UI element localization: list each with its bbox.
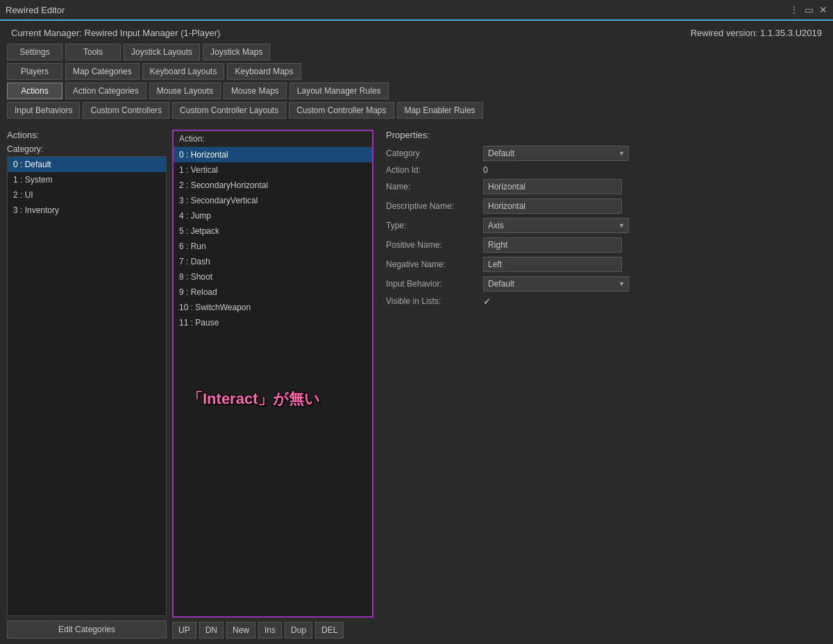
edit-categories-button[interactable]: Edit Categories xyxy=(7,620,167,638)
name-input[interactable] xyxy=(483,179,622,194)
prop-label-visible-in-lists: Visible in Lists: xyxy=(386,296,483,306)
prop-value-action-id: 0 xyxy=(483,165,488,175)
info-bar: Current Manager: Rewired Input Manager (… xyxy=(0,21,833,44)
negative-name-input[interactable] xyxy=(483,257,622,272)
nav-keyboard-maps[interactable]: Keyboard Maps xyxy=(227,63,301,80)
action-item-run[interactable]: 6 : Run xyxy=(174,239,372,254)
prop-label-descriptive-name: Descriptive Name: xyxy=(386,201,483,211)
action-list-container: Action: 0 : Horizontal 1 : Vertical 2 : … xyxy=(172,130,373,618)
category-item-ui[interactable]: 2 : UI xyxy=(8,187,166,203)
category-item-default[interactable]: 0 : Default xyxy=(8,157,166,172)
menu-icon[interactable]: ⋮ xyxy=(789,4,799,15)
prop-label-category: Category xyxy=(386,149,483,158)
nav-keyboard-layouts[interactable]: Keyboard Layouts xyxy=(142,63,225,80)
prop-label-name: Name: xyxy=(386,182,483,192)
nav-mouse-layouts[interactable]: Mouse Layouts xyxy=(149,83,221,99)
nav-layout-manager-rules[interactable]: Layout Manager Rules xyxy=(289,83,389,99)
action-item-jetpack[interactable]: 5 : Jetpack xyxy=(174,223,372,239)
title-bar-controls: ⋮ ▭ ✕ xyxy=(789,4,827,15)
action-item-secondary-vertical[interactable]: 3 : SecondaryVertical xyxy=(174,193,372,208)
nav-map-enabler-rules[interactable]: Map Enabler Rules xyxy=(397,102,483,119)
up-button[interactable]: UP xyxy=(172,622,196,638)
prop-row-positive-name: Positive Name: xyxy=(386,237,826,253)
prop-label-type: Type: xyxy=(386,221,483,230)
title-bar: Rewired Editor ⋮ ▭ ✕ xyxy=(0,0,833,21)
prop-label-negative-name: Negative Name: xyxy=(386,260,483,269)
title-bar-left: Rewired Editor xyxy=(6,5,65,15)
action-item-horizontal[interactable]: 0 : Horizontal xyxy=(174,147,372,162)
action-item-reload[interactable]: 9 : Reload xyxy=(174,285,372,300)
nav-row-1: Settings Tools Joystick Layouts Joystick… xyxy=(7,44,826,60)
dup-button[interactable]: Dup xyxy=(285,622,312,638)
nav-joystick-layouts[interactable]: Joystick Layouts xyxy=(124,44,200,60)
action-item-secondary-horizontal[interactable]: 2 : SecondaryHorizontal xyxy=(174,178,372,193)
category-list: 0 : Default 1 : System 2 : UI 3 : Invent… xyxy=(7,156,167,616)
middle-panel: Action: 0 : Horizontal 1 : Vertical 2 : … xyxy=(172,130,373,638)
prop-row-type: Type: Axis Button xyxy=(386,218,826,233)
action-item-dash[interactable]: 7 : Dash xyxy=(174,254,372,269)
nav-action-categories[interactable]: Action Categories xyxy=(65,83,146,99)
prop-row-visible-in-lists: Visible in Lists: ✓ xyxy=(386,296,826,307)
category-item-system[interactable]: 1 : System xyxy=(8,172,166,187)
action-item-pause[interactable]: 11 : Pause xyxy=(174,315,372,330)
version-label: Rewired version: 1.1.35.3.U2019 xyxy=(691,28,822,38)
ins-button[interactable]: Ins xyxy=(258,622,282,638)
type-select[interactable]: Axis Button xyxy=(483,218,629,233)
action-item-switch-weapon[interactable]: 10 : SwitchWeapon xyxy=(174,300,372,315)
right-panel: Properties: Category Default Action Id: … xyxy=(379,130,826,638)
action-item-shoot[interactable]: 8 : Shoot xyxy=(174,269,372,285)
nav-mouse-maps[interactable]: Mouse Maps xyxy=(224,83,287,99)
title-text: Rewired Editor xyxy=(6,5,65,15)
action-list: 0 : Horizontal 1 : Vertical 2 : Secondar… xyxy=(174,147,372,616)
nav-tools[interactable]: Tools xyxy=(65,44,121,60)
new-button[interactable]: New xyxy=(226,622,255,638)
nav-input-behaviors[interactable]: Input Behaviors xyxy=(7,102,80,119)
prop-row-descriptive-name: Descriptive Name: xyxy=(386,198,826,214)
content-area: Actions: Category: 0 : Default 1 : Syste… xyxy=(0,124,833,644)
nav-area: Settings Tools Joystick Layouts Joystick… xyxy=(0,44,833,119)
positive-name-input[interactable] xyxy=(483,237,622,253)
prop-row-input-behavior: Input Behavior: Default xyxy=(386,276,826,291)
category-item-inventory[interactable]: 3 : Inventory xyxy=(8,203,166,218)
action-buttons: UP DN New Ins Dup DEL xyxy=(172,622,373,638)
nav-row-3: Actions Action Categories Mouse Layouts … xyxy=(7,83,826,99)
nav-custom-controller-layouts[interactable]: Custom Controller Layouts xyxy=(172,102,286,119)
input-behavior-select-wrapper: Default xyxy=(483,276,629,291)
action-header: Action: xyxy=(174,131,372,147)
del-button[interactable]: DEL xyxy=(315,622,344,638)
input-behavior-select[interactable]: Default xyxy=(483,276,629,291)
prop-row-negative-name: Negative Name: xyxy=(386,257,826,272)
nav-settings[interactable]: Settings xyxy=(7,44,62,60)
actions-label: Actions: xyxy=(7,130,167,140)
prop-label-action-id: Action Id: xyxy=(386,165,483,175)
nav-joystick-maps[interactable]: Joystick Maps xyxy=(203,44,270,60)
nav-players[interactable]: Players xyxy=(7,63,62,80)
left-panel: Actions: Category: 0 : Default 1 : Syste… xyxy=(7,130,167,638)
current-manager-label: Current Manager: Rewired Input Manager (… xyxy=(11,28,220,38)
nav-row-4: Input Behaviors Custom Controllers Custo… xyxy=(7,102,826,119)
category-select[interactable]: Default xyxy=(483,146,629,161)
category-label: Category: xyxy=(7,144,167,154)
action-item-vertical[interactable]: 1 : Vertical xyxy=(174,162,372,178)
prop-row-action-id: Action Id: 0 xyxy=(386,165,826,175)
prop-label-positive-name: Positive Name: xyxy=(386,240,483,250)
restore-icon[interactable]: ▭ xyxy=(805,4,814,15)
visible-in-lists-checkmark: ✓ xyxy=(483,296,491,307)
main-area: Current Manager: Rewired Input Manager (… xyxy=(0,21,833,644)
nav-custom-controllers[interactable]: Custom Controllers xyxy=(83,102,169,119)
prop-label-input-behavior: Input Behavior: xyxy=(386,279,483,289)
prop-row-name: Name: xyxy=(386,179,826,194)
nav-row-2: Players Map Categories Keyboard Layouts … xyxy=(7,63,826,80)
type-select-wrapper: Axis Button xyxy=(483,218,629,233)
prop-row-category: Category Default xyxy=(386,146,826,161)
category-select-wrapper: Default xyxy=(483,146,629,161)
nav-custom-controller-maps[interactable]: Custom Controller Maps xyxy=(289,102,394,119)
action-item-jump[interactable]: 4 : Jump xyxy=(174,208,372,223)
close-icon[interactable]: ✕ xyxy=(819,4,827,15)
properties-label: Properties: xyxy=(386,130,826,140)
nav-actions[interactable]: Actions xyxy=(7,83,62,99)
dn-button[interactable]: DN xyxy=(199,622,224,638)
nav-map-categories[interactable]: Map Categories xyxy=(65,63,140,80)
descriptive-name-input[interactable] xyxy=(483,198,622,214)
